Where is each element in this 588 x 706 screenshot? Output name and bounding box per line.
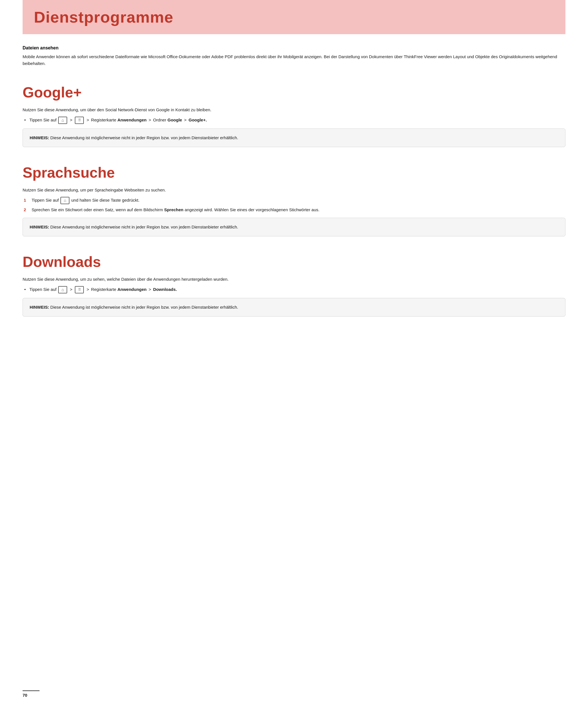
section-googleplus: Google+ Nutzen Sie diese Anwendung, um ü… xyxy=(23,84,565,147)
subsection-heading-dateien: Dateien ansehen xyxy=(23,45,565,50)
hint-text-sprachsuche: Diese Anwendung ist möglicherweise nicht… xyxy=(50,225,238,229)
bold-anwendungen: Anwendungen xyxy=(117,117,146,122)
home-icon-3: ⌂ xyxy=(58,286,67,293)
bold-downloads: Downloads. xyxy=(153,287,177,292)
body-text-googleplus: Nutzen Sie diese Anwendung, um über den … xyxy=(23,107,565,113)
list-item-downloads: Tippen Sie auf ⌂ > ⠿ > Registerkarte Anw… xyxy=(23,286,565,293)
bold-anwendungen-2: Anwendungen xyxy=(117,287,146,292)
hint-box-downloads: HINWEIS: Diese Anwendung ist möglicherwe… xyxy=(23,298,565,317)
list-number-2: 2 xyxy=(24,206,26,213)
page-title: Dienstprogramme xyxy=(34,8,554,26)
section-title-downloads: Downloads xyxy=(23,253,565,270)
hint-label-3: HINWEIS: xyxy=(30,305,49,310)
list-number-1: 1 xyxy=(24,197,26,204)
hint-box-sprachsuche: HINWEIS: Diese Anwendung ist möglicherwe… xyxy=(23,218,565,236)
list-item-text-2: Sprechen Sie ein Stichwort oder einen Sa… xyxy=(32,207,320,212)
grid-icon-2: ⠿ xyxy=(75,286,84,293)
hint-text-googleplus: Diese Anwendung ist möglicherweise nicht… xyxy=(50,135,238,140)
hint-text-downloads: Diese Anwendung ist möglicherweise nicht… xyxy=(50,305,238,310)
bullet-list-downloads: Tippen Sie auf ⌂ > ⠿ > Registerkarte Anw… xyxy=(23,286,565,293)
grid-icon: ⠿ xyxy=(75,117,84,124)
list-item-2: 2 Sprechen Sie ein Stichwort oder einen … xyxy=(23,206,565,213)
section-downloads: Downloads Nutzen Sie diese Anwendung, um… xyxy=(23,253,565,317)
home-icon-2: ⌂ xyxy=(60,197,70,204)
body-text-sprachsuche: Nutzen Sie diese Anwendung, um per Sprac… xyxy=(23,187,565,193)
section-dateien: Dateien ansehen Mobile Anwender können a… xyxy=(23,45,565,67)
body-text-dateien: Mobile Anwender können ab sofort verschi… xyxy=(23,53,565,67)
home-icon: ⌂ xyxy=(58,117,67,124)
hint-box-googleplus: HINWEIS: Diese Anwendung ist möglicherwe… xyxy=(23,128,565,147)
hint-label: HINWEIS: xyxy=(30,135,49,140)
hint-label-2: HINWEIS: xyxy=(30,225,49,229)
page-number: 70 xyxy=(23,691,40,698)
bullet-list-googleplus: Tippen Sie auf ⌂ > ⠿ > Registerkarte Anw… xyxy=(23,117,565,124)
header-banner: Dienstprogramme xyxy=(23,0,565,34)
body-text-downloads: Nutzen Sie diese Anwendung, um zu sehen,… xyxy=(23,276,565,283)
list-item-text: Tippen Sie auf ⌂ > ⠿ > Registerkarte Anw… xyxy=(29,117,207,122)
bold-sprechen: Sprechen xyxy=(164,207,183,212)
page: Dienstprogramme Dateien ansehen Mobile A… xyxy=(0,0,588,706)
list-item-text-downloads: Tippen Sie auf ⌂ > ⠿ > Registerkarte Anw… xyxy=(29,287,177,292)
numbered-list-sprachsuche: 1 Tippen Sie auf ⌂ und halten Sie diese … xyxy=(23,197,565,213)
list-item: Tippen Sie auf ⌂ > ⠿ > Registerkarte Anw… xyxy=(23,117,565,124)
list-item-1: 1 Tippen Sie auf ⌂ und halten Sie diese … xyxy=(23,197,565,204)
section-title-googleplus: Google+ xyxy=(23,84,565,101)
list-item-text-1: Tippen Sie auf ⌂ und halten Sie diese Ta… xyxy=(32,198,139,202)
bold-googleplus: Google+. xyxy=(188,117,207,122)
section-sprachsuche: Sprachsuche Nutzen Sie diese Anwendung, … xyxy=(23,164,565,236)
bold-google: Google xyxy=(167,117,182,122)
section-title-sprachsuche: Sprachsuche xyxy=(23,164,565,181)
